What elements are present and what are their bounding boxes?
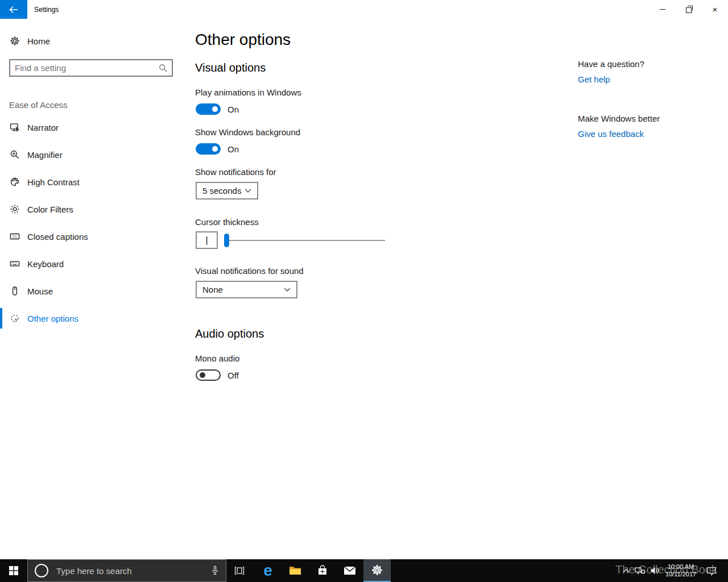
mail-button[interactable]	[336, 559, 363, 582]
sidebar-item-label: Mouse	[27, 286, 53, 296]
other-options-icon	[9, 313, 20, 324]
settings-gear-icon	[371, 564, 383, 576]
network-button[interactable]	[632, 559, 647, 582]
start-icon	[9, 566, 18, 575]
back-button[interactable]	[0, 0, 27, 19]
cortana-icon[interactable]	[35, 564, 48, 577]
sidebar-item-magnifier[interactable]: Magnifier	[0, 144, 182, 165]
action-center-icon	[706, 566, 717, 576]
mail-icon	[344, 566, 356, 575]
store-icon	[317, 565, 328, 576]
show-background-label: Show Windows background	[195, 127, 300, 137]
taskbar: e	[0, 559, 728, 582]
visual-notifications-label: Visual notifications for sound	[195, 266, 304, 276]
cursor-thickness-label: Cursor thickness	[195, 217, 259, 227]
sidebar-item-label: Keyboard	[27, 259, 64, 269]
cursor-thickness-preview: |	[196, 231, 218, 249]
store-button[interactable]	[309, 559, 336, 582]
magnifier-icon	[9, 149, 20, 160]
sidebar-item-high-contrast[interactable]: High Contrast	[0, 172, 182, 192]
toggle-knob	[200, 372, 205, 378]
sidebar-item-closed-captions[interactable]: CC Closed captions	[0, 226, 182, 247]
window-title: Settings	[34, 0, 59, 19]
minimize-button[interactable]	[650, 0, 676, 19]
sidebar-item-label: Color Filters	[27, 205, 73, 214]
volume-icon	[650, 566, 660, 575]
sidebar-item-other-options[interactable]: Other options	[0, 308, 182, 329]
narrator-icon	[9, 122, 20, 133]
mono-audio-label: Mono audio	[195, 354, 239, 363]
audio-options-heading: Audio options	[195, 327, 264, 340]
titlebar: Settings ×	[0, 0, 728, 19]
show-notifications-label: Show notifications for	[195, 167, 276, 177]
play-animations-label: Play animations in Windows	[195, 88, 301, 97]
back-arrow-icon	[9, 6, 18, 14]
search-icon[interactable]	[159, 64, 167, 72]
get-help-link[interactable]: Get help	[578, 74, 610, 84]
close-button[interactable]: ×	[702, 0, 728, 19]
sidebar-item-narrator[interactable]: Narrator	[0, 117, 182, 138]
sidebar-item-color-filters[interactable]: Color Filters	[0, 199, 182, 219]
sidebar-item-label: Other options	[27, 314, 78, 323]
closed-captions-icon: CC	[9, 231, 20, 242]
restore-icon	[686, 7, 692, 13]
start-button[interactable]	[0, 559, 27, 582]
svg-text:CC: CC	[13, 235, 18, 238]
task-view-button[interactable]	[226, 559, 253, 582]
sidebar-item-label: High Contrast	[27, 177, 80, 187]
tray-chevron-icon	[623, 568, 630, 573]
clock-time: 10:00 AM	[668, 563, 694, 571]
sidebar-item-label: Home	[27, 36, 50, 46]
cursor-thickness-slider-track[interactable]	[226, 240, 385, 241]
sidebar-item-home[interactable]: Home	[0, 31, 182, 51]
mic-icon[interactable]	[211, 566, 219, 576]
file-explorer-button[interactable]	[282, 559, 309, 582]
task-view-icon	[234, 566, 245, 575]
color-filters-icon	[9, 203, 20, 215]
dropdown-value: 5 seconds	[202, 186, 241, 196]
cursor-thickness-slider-thumb[interactable]	[224, 234, 229, 247]
sidebar-item-keyboard[interactable]: Keyboard	[0, 253, 182, 274]
restore-button[interactable]	[676, 0, 702, 19]
network-icon	[635, 566, 645, 575]
settings-search-box[interactable]	[9, 59, 173, 77]
taskbar-search-input[interactable]	[55, 566, 211, 576]
settings-app-button[interactable]	[363, 559, 391, 582]
cursor-preview-glyph: |	[205, 235, 208, 246]
sidebar-item-label: Narrator	[27, 123, 59, 132]
settings-search-input[interactable]	[10, 63, 159, 73]
show-background-state: On	[228, 144, 239, 154]
keyboard-icon	[9, 258, 20, 269]
play-animations-toggle[interactable]	[196, 103, 221, 115]
give-feedback-link[interactable]: Give us feedback	[578, 129, 644, 139]
sidebar-item-mouse[interactable]: Mouse	[0, 281, 182, 301]
edge-icon: e	[263, 563, 272, 579]
have-question-heading: Have a question?	[578, 59, 644, 69]
taskbar-search-box[interactable]	[27, 559, 226, 582]
close-icon: ×	[713, 5, 718, 14]
chevron-down-icon	[284, 288, 291, 292]
tray-chevron-button[interactable]	[620, 559, 632, 582]
sidebar-section-header: Ease of Access	[9, 100, 68, 110]
toggle-knob	[212, 106, 218, 112]
sidebar-selection-indicator	[0, 308, 2, 329]
file-explorer-icon	[289, 566, 301, 576]
show-background-toggle[interactable]	[196, 143, 221, 155]
taskbar-clock[interactable]: 10:00 AM 10/11/2017	[660, 559, 702, 582]
mouse-icon	[9, 285, 20, 297]
mono-audio-state: Off	[228, 371, 239, 380]
mono-audio-toggle[interactable]	[196, 369, 221, 381]
visual-options-heading: Visual options	[195, 61, 266, 74]
edge-button[interactable]: e	[254, 559, 282, 582]
gear-icon	[9, 35, 20, 47]
page-title: Other options	[195, 31, 291, 49]
clock-date: 10/11/2017	[665, 571, 696, 578]
sidebar-item-label: Magnifier	[27, 150, 63, 160]
action-center-button[interactable]	[703, 559, 720, 582]
desktop-screen: Settings × Home	[0, 0, 728, 582]
minimize-icon	[660, 9, 665, 10]
notification-duration-dropdown[interactable]: 5 seconds	[196, 182, 258, 199]
high-contrast-icon	[9, 176, 20, 188]
visual-notifications-dropdown[interactable]: None	[196, 281, 297, 298]
dropdown-value: None	[202, 285, 223, 294]
